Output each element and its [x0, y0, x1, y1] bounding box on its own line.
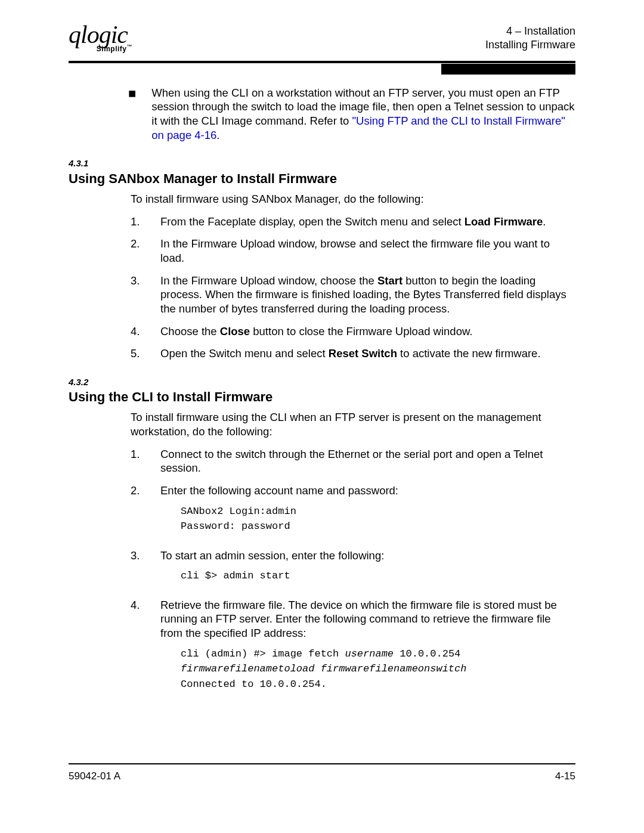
code-block: SANbox2 Login:admin Password: password — [181, 504, 575, 534]
footer: 59042-01 A 4-15 — [69, 770, 575, 782]
code-block: cli $> admin start — [181, 568, 575, 584]
header-rule — [69, 61, 575, 63]
steps-432: Connect to the switch through the Ethern… — [131, 447, 575, 698]
intro-431: To install firmware using SANbox Manager… — [131, 192, 575, 206]
footer-left: 59042-01 A — [69, 770, 120, 782]
list-item: To start an admin session, enter the fol… — [131, 549, 575, 590]
list-item: Open the Switch menu and select Reset Sw… — [131, 346, 575, 361]
footer-rule — [69, 763, 575, 764]
intro-432: To install firmware using the CLI when a… — [131, 410, 575, 438]
header-right: 4 – Installation Installing Firmware — [485, 24, 575, 52]
list-item: Enter the following account name and pas… — [131, 484, 575, 540]
bullet-text: When using the CLI on a workstation with… — [151, 86, 575, 143]
list-item: Choose the Close button to close the Fir… — [131, 324, 575, 339]
list-item: Retrieve the firmware file. The device o… — [131, 598, 575, 698]
page: qlogic Simplify™ 4 – Installation Instal… — [0, 0, 644, 833]
list-item: In the Firmware Upload window, browse an… — [131, 237, 575, 265]
code-block: cli (admin) #> image fetch username 10.0… — [181, 646, 575, 692]
logo-sub: Simplify™ — [97, 44, 132, 52]
section-label: Installing Firmware — [485, 38, 575, 52]
heading-431: Using SANbox Manager to Install Firmware — [69, 171, 575, 187]
header-rule-accent — [441, 64, 575, 75]
list-item: From the Faceplate display, open the Swi… — [131, 215, 575, 229]
section-number-431: 4.3.1 — [69, 157, 575, 169]
section-number-432: 4.3.2 — [69, 376, 575, 388]
list-item: In the Firmware Upload window, choose th… — [131, 274, 575, 316]
chapter-label: 4 – Installation — [485, 24, 575, 38]
footer-right: 4-15 — [555, 770, 575, 782]
list-item: Connect to the switch through the Ethern… — [131, 447, 575, 475]
steps-431: From the Faceplate display, open the Swi… — [131, 215, 575, 361]
heading-432: Using the CLI to Install Firmware — [69, 389, 575, 405]
body: ■ When using the CLI on a workstation wi… — [69, 86, 575, 698]
logo: qlogic Simplify™ — [69, 24, 128, 52]
page-header: qlogic Simplify™ 4 – Installation Instal… — [69, 24, 575, 57]
bullet-icon: ■ — [128, 87, 136, 143]
bullet-item: ■ When using the CLI on a workstation wi… — [128, 86, 575, 143]
